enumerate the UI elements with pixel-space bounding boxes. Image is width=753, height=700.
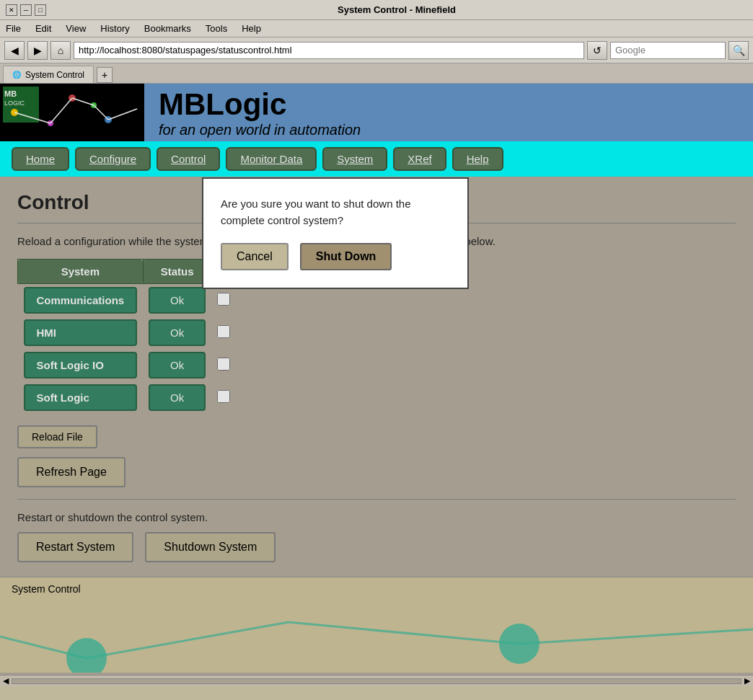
browser-toolbar: ◀ ▶ ⌂ ↺ 🔍 (0, 37, 753, 63)
menu-tools[interactable]: Tools (203, 22, 230, 35)
new-tab-btn[interactable]: + (97, 67, 113, 83)
window-controls[interactable]: ✕ ─ □ (6, 4, 46, 16)
menu-view[interactable]: View (63, 22, 89, 35)
nav-forward-btn[interactable]: ▶ (27, 41, 48, 60)
scrollbar-label: ◀ (0, 676, 12, 686)
dialog-buttons: Cancel Shut Down (221, 243, 450, 270)
window-minimize-btn[interactable]: ─ (20, 4, 32, 16)
menu-edit[interactable]: Edit (32, 22, 54, 35)
search-input[interactable] (610, 42, 726, 59)
tab-icon: 🌐 (12, 71, 21, 79)
dialog-overlay: Are you sure you want to shut down the c… (0, 84, 753, 675)
dialog-shutdown-button[interactable]: Shut Down (300, 243, 392, 270)
search-btn[interactable]: 🔍 (728, 41, 749, 60)
menu-bookmarks[interactable]: Bookmarks (141, 22, 194, 35)
nav-refresh-btn[interactable]: ↺ (587, 41, 607, 60)
active-tab[interactable]: 🌐 System Control (3, 66, 94, 83)
nav-home-btn[interactable]: ⌂ (50, 41, 71, 60)
address-bar[interactable] (74, 42, 584, 59)
menu-history[interactable]: History (97, 22, 132, 35)
browser-title: System Control - Minefield (46, 4, 747, 15)
window-close-btn[interactable]: ✕ (6, 4, 17, 16)
dialog-box: Are you sure you want to shut down the c… (202, 177, 469, 289)
scrollbar-area: ◀ ▶ (0, 675, 753, 686)
menu-file[interactable]: File (3, 22, 24, 35)
scrollbar-track[interactable] (12, 678, 741, 684)
browser-tabs: 🌐 System Control + (0, 63, 753, 84)
dialog-cancel-button[interactable]: Cancel (221, 243, 289, 270)
scrollbar-right: ▶ (741, 676, 753, 686)
tab-label: System Control (25, 70, 84, 80)
nav-back-btn[interactable]: ◀ (4, 41, 25, 60)
dialog-message: Are you sure you want to shut down the c… (221, 196, 450, 229)
browser-menubar: File Edit View History Bookmarks Tools H… (0, 20, 753, 37)
menu-help[interactable]: Help (239, 22, 264, 35)
window-maximize-btn[interactable]: □ (35, 4, 46, 16)
page-content: MB LOGIC MBLogic for an open world in au… (0, 84, 753, 675)
browser-titlebar: ✕ ─ □ System Control - Minefield (0, 0, 753, 20)
